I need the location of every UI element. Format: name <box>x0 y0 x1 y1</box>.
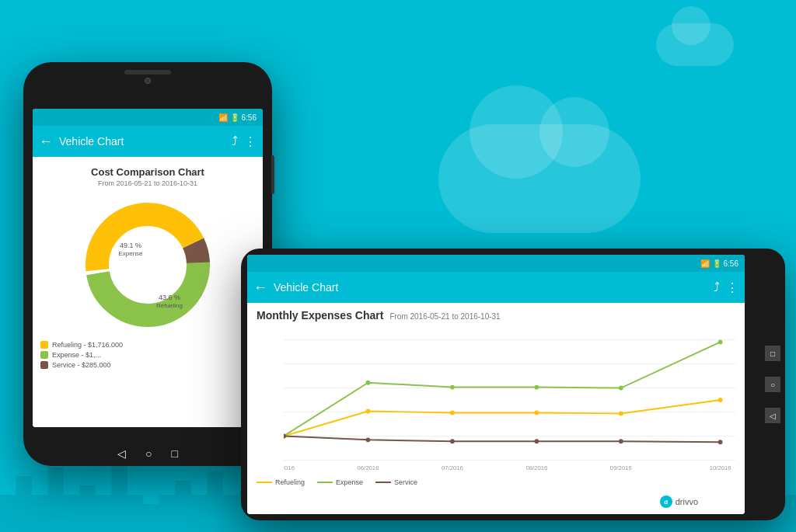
svg-text:10/2016: 10/2016 <box>710 464 731 471</box>
front-legend-expense: Expense <box>317 478 363 486</box>
expense-line <box>284 342 721 436</box>
refueling-line <box>284 400 721 436</box>
svg-text:07/2016: 07/2016 <box>442 464 463 471</box>
legend-label-expense: Expense - $1,... <box>52 351 101 359</box>
legend-item-refueling: Refueling - $1,716.000 <box>40 341 255 349</box>
service-point-5 <box>619 439 623 443</box>
pie-chart-subtitle: From 2016-05-21 to 2016-10-31 <box>40 179 255 187</box>
back-arrow-back[interactable]: ← <box>39 134 53 150</box>
phone-front: 📶 🔋 6:56 ← Vehicle Chart ⤴ ⋮ Monthly Exp… <box>241 249 785 520</box>
phone-back: 📶 🔋 6:56 ← Vehicle Chart ⤴ ⋮ Cost Compar… <box>23 62 272 466</box>
front-legend-line-expense <box>317 482 333 483</box>
more-icon-front[interactable]: ⋮ <box>726 280 738 295</box>
expense-point-6 <box>718 340 723 345</box>
svg-text:Refueling: Refueling <box>156 302 183 309</box>
svg-text:06/2016: 06/2016 <box>357 464 379 471</box>
refueling-point-3 <box>450 411 455 416</box>
expense-point-3 <box>450 385 455 390</box>
bg-cloud-large <box>438 124 641 233</box>
monthly-chart-header: Monthly Expenses Chart From 2016-05-21 t… <box>257 309 735 322</box>
refueling-point-2 <box>366 409 371 414</box>
drivvo-icon: d <box>660 495 672 508</box>
front-legend-refueling: Refueling <box>257 478 305 486</box>
app-title-back: Vehicle Chart <box>59 135 225 148</box>
phone-volume-button <box>271 155 274 194</box>
donut-chart-container: 49.1 % Expense 43.6 % Refueling <box>40 195 255 335</box>
legend-dot-refueling <box>40 341 48 349</box>
expense-point-4 <box>534 385 539 390</box>
expense-point-5 <box>619 386 623 391</box>
nav-home-icon[interactable]: ○ <box>145 447 152 460</box>
svg-point-3 <box>110 227 186 303</box>
front-legend-service: Service <box>375 478 417 486</box>
front-legend-label-service: Service <box>394 478 417 486</box>
line-chart-container: 951 747 543 338 134 -70 05/2016 06/2016 … <box>257 326 735 474</box>
status-icons-back: 📶 🔋 6:56 <box>218 113 257 122</box>
more-icon-back[interactable]: ⋮ <box>244 134 257 149</box>
legend-label-service: Service - $285.000 <box>52 361 111 369</box>
front-legend-label-expense: Expense <box>336 478 363 486</box>
status-bar-front: 📶 🔋 6:56 <box>247 255 745 272</box>
svg-text:Expense: Expense <box>118 250 143 257</box>
app-bar-back: ← Vehicle Chart ⤴ ⋮ <box>33 126 263 157</box>
drivvo-icon-letter: d <box>664 499 668 506</box>
nav-recent-icon[interactable]: □ <box>172 447 178 460</box>
side-nav-square[interactable]: □ <box>765 346 780 361</box>
app-title-front: Vehicle Chart <box>274 281 707 294</box>
monthly-chart-range: From 2016-05-21 to 2016-10-31 <box>389 312 500 321</box>
app-bar-front: ← Vehicle Chart ⤴ ⋮ <box>247 272 745 303</box>
monthly-chart-title: Monthly Expenses Chart <box>257 309 383 322</box>
side-nav-circle[interactable]: ○ <box>765 377 780 392</box>
front-legend: Refueling Expense Service d drivvo <box>257 478 735 486</box>
svg-text:05/2016: 05/2016 <box>284 464 295 471</box>
service-point-4 <box>534 439 539 443</box>
front-phone-content: Monthly Expenses Chart From 2016-05-21 t… <box>247 303 745 514</box>
status-bar-back: 📶 🔋 6:56 <box>33 109 263 126</box>
refueling-point-4 <box>534 411 539 416</box>
phone-front-screen: 📶 🔋 6:56 ← Vehicle Chart ⤴ ⋮ Monthly Exp… <box>247 255 745 514</box>
signal-icon-back: 📶 <box>218 113 228 122</box>
back-phone-content: Cost Comparison Chart From 2016-05-21 to… <box>33 157 263 427</box>
service-line <box>284 436 721 442</box>
front-phone-side-icons: □ ○ ◁ <box>765 346 780 423</box>
bottom-nav-back: ◁ ○ □ <box>117 447 178 460</box>
legend-label-refueling: Refueling - $1,716.000 <box>52 341 123 349</box>
legend-item-service: Service - $285.000 <box>40 361 255 369</box>
refueling-point-6 <box>718 398 723 402</box>
svg-text:08/2016: 08/2016 <box>525 464 547 471</box>
share-icon-front[interactable]: ⤴ <box>714 280 720 294</box>
side-nav-back[interactable]: ◁ <box>765 408 780 423</box>
front-legend-line-refueling <box>257 482 272 483</box>
svg-text:09/2016: 09/2016 <box>610 464 632 471</box>
share-icon-back[interactable]: ⤴ <box>232 134 238 148</box>
legend-dot-expense <box>40 351 48 359</box>
back-arrow-front[interactable]: ← <box>253 280 267 296</box>
service-point-3 <box>450 439 455 443</box>
refueling-point-5 <box>619 412 623 416</box>
service-point-2 <box>366 437 371 442</box>
phone-speaker <box>124 70 171 75</box>
nav-back-icon[interactable]: ◁ <box>117 447 126 460</box>
front-legend-label-refueling: Refueling <box>275 478 305 486</box>
legend-item-expense: Expense - $1,... <box>40 351 255 359</box>
drivvo-label: drivvo <box>676 497 698 506</box>
line-chart-svg: 951 747 543 338 134 -70 05/2016 06/2016 … <box>284 326 735 474</box>
phone-camera <box>145 78 151 84</box>
time-front: 6:56 <box>724 259 738 268</box>
svg-text:49.1 %: 49.1 % <box>120 242 141 249</box>
expense-point-2 <box>366 381 371 385</box>
legend-dot-service <box>40 361 48 369</box>
battery-icon-back: 🔋 <box>230 113 239 122</box>
pie-chart-title: Cost Comparison Chart <box>40 166 255 178</box>
front-legend-line-service <box>375 482 391 483</box>
drivvo-brand: d drivvo <box>660 495 698 508</box>
bg-cloud-small <box>656 23 734 66</box>
time-back: 6:56 <box>242 113 257 122</box>
donut-chart-svg: 49.1 % Expense 43.6 % Refueling <box>78 195 218 335</box>
pie-legend: Refueling - $1,716.000 Expense - $1,... … <box>40 341 255 369</box>
phone-back-screen: 📶 🔋 6:56 ← Vehicle Chart ⤴ ⋮ Cost Compar… <box>33 109 263 427</box>
status-icons-front: 📶 🔋 6:56 <box>700 259 738 268</box>
signal-icon-front: 📶 <box>700 259 710 268</box>
battery-icon-front: 🔋 <box>712 259 721 268</box>
service-point-6 <box>718 440 723 444</box>
